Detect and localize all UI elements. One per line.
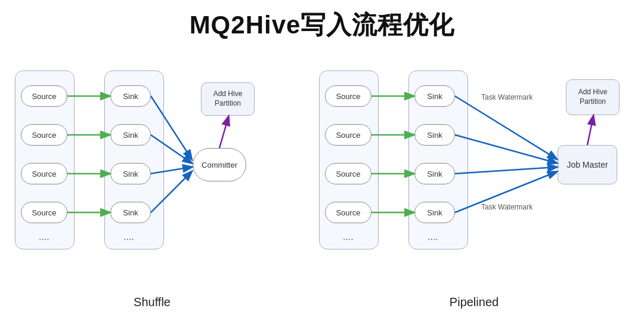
sink-node-r2: Sink [414,124,455,146]
source-node-r1: Source [325,85,371,107]
source-node-4: Source [21,202,67,223]
sink-ellipsis-r: .... [428,232,438,242]
source-ellipsis: .... [39,232,49,242]
svg-line-17 [587,116,593,145]
shuffle-label: Shuffle [15,295,289,309]
page-title: MQ2Hive写入流程优化 [0,0,644,47]
add-partition-node-right: Add HivePartition [566,79,620,115]
pipelined-diagram: Source Source Source Source .... Sink Si… [319,53,629,291]
sink-ellipsis: .... [123,232,134,242]
source-node-1: Source [21,85,67,107]
sink-node-2: Sink [110,124,151,146]
job-master-node: Job Master [558,145,617,184]
sink-node-r1: Sink [414,85,455,107]
source-node-r3: Source [325,163,371,184]
svg-line-8 [219,117,228,148]
sink-node-r3: Sink [414,163,455,184]
watermark-top: Task Watermark [481,93,532,101]
committer-node: Committer [193,148,246,181]
shuffle-diagram: Source Source Source Source .... Sink Si… [15,53,289,291]
pipelined-label: Pipelined [319,295,629,309]
source-node-r2: Source [325,124,371,146]
add-partition-node-left: Add HivePartition [201,82,255,116]
sink-node-r4: Sink [414,202,455,223]
source-ellipsis-r: .... [343,232,354,242]
sink-node-3: Sink [110,163,151,184]
source-node-3: Source [21,163,67,184]
source-node-2: Source [21,124,67,146]
svg-line-14 [455,135,556,163]
svg-line-13 [455,96,556,159]
watermark-bottom: Task Watermark [481,203,532,211]
sink-node-4: Sink [110,202,151,223]
source-node-r4: Source [325,202,371,223]
svg-line-15 [455,167,556,174]
sink-node-1: Sink [110,85,151,107]
